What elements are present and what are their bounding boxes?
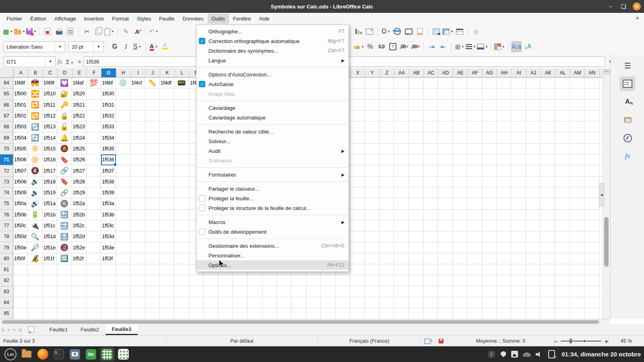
column-header-l[interactable]: L xyxy=(175,68,189,77)
cell-am83[interactable] xyxy=(570,286,584,297)
cell-h68[interactable] xyxy=(116,121,130,132)
cell-f84[interactable] xyxy=(87,297,101,308)
cell-y65[interactable] xyxy=(365,88,379,99)
cell-x64[interactable] xyxy=(350,78,365,88)
cell-af78[interactable] xyxy=(467,231,482,242)
cell-ac66[interactable] xyxy=(423,100,438,111)
print-button[interactable] xyxy=(54,26,64,37)
cell-f64[interactable]: 💯 xyxy=(87,78,101,88)
menubar-item-insertion[interactable]: Insertion xyxy=(80,14,108,24)
cell-ak81[interactable] xyxy=(541,264,555,275)
cell-g64[interactable]: 1f4bf xyxy=(101,78,116,88)
column-header-i[interactable]: I xyxy=(131,68,145,77)
cell-ab82[interactable] xyxy=(409,275,423,286)
cell-ai83[interactable] xyxy=(511,286,526,297)
cell-g76[interactable]: 1f53b xyxy=(101,210,116,220)
cell-l77[interactable] xyxy=(174,220,189,231)
cell-y72[interactable] xyxy=(365,165,379,176)
cell-k83[interactable] xyxy=(160,286,174,297)
cell-d82[interactable] xyxy=(57,275,72,286)
cell-y64[interactable] xyxy=(365,78,379,88)
cell-j73[interactable] xyxy=(145,177,160,187)
column-header-ag[interactable]: AG xyxy=(483,68,497,77)
cell-a80[interactable]: 1f50f xyxy=(13,253,28,264)
cell-ac83[interactable] xyxy=(423,286,438,297)
cell-x84[interactable] xyxy=(350,297,365,308)
cell-b67[interactable]: 🔂 xyxy=(28,111,42,121)
menubar-item-donnees[interactable]: Données xyxy=(178,14,207,24)
cell-a70[interactable]: 1f505 xyxy=(13,144,28,154)
cell-ad85[interactable] xyxy=(438,308,452,319)
cell-aj83[interactable] xyxy=(526,286,541,297)
cell-j78[interactable] xyxy=(145,231,160,242)
menubar-item-outils[interactable]: Outils xyxy=(208,14,229,24)
cell-al68[interactable] xyxy=(555,121,570,132)
cell-u84[interactable] xyxy=(306,297,321,308)
cell-z85[interactable] xyxy=(380,308,394,319)
cell-y68[interactable] xyxy=(365,121,379,132)
cell-c78[interactable]: 1f51d xyxy=(43,231,57,242)
cell-am66[interactable] xyxy=(570,100,584,111)
cell-ae80[interactable] xyxy=(453,253,467,264)
cell-ak85[interactable] xyxy=(541,308,555,319)
cell-j64[interactable]: 📏 xyxy=(145,78,160,88)
cell-a79[interactable]: 1f50e xyxy=(13,242,28,253)
cell-ad80[interactable] xyxy=(438,253,452,264)
cell-i69[interactable] xyxy=(130,132,145,143)
cell-ae75[interactable] xyxy=(453,198,467,209)
clear-formatting-button[interactable]: A xyxy=(132,26,142,37)
cell-ae83[interactable] xyxy=(453,286,467,297)
cell-af81[interactable] xyxy=(467,264,482,275)
cell-aa84[interactable] xyxy=(394,297,409,308)
cell-am70[interactable] xyxy=(570,144,584,154)
cell-h71[interactable] xyxy=(116,154,130,165)
cell-an70[interactable] xyxy=(584,144,599,154)
cell-e83[interactable] xyxy=(72,286,87,297)
cell-ab65[interactable] xyxy=(409,88,423,99)
cell-ai80[interactable] xyxy=(511,253,526,264)
cell-x66[interactable] xyxy=(350,100,365,111)
cell-k66[interactable] xyxy=(160,100,174,111)
name-box-dropdown-icon[interactable]: ▼ xyxy=(45,57,55,67)
cell-ao84[interactable] xyxy=(599,297,603,308)
cell-i72[interactable] xyxy=(130,165,145,176)
freeze-rows-columns-button[interactable]: ▼ xyxy=(442,26,454,37)
cell-g67[interactable]: 1f532 xyxy=(101,111,116,121)
cell-f72[interactable] xyxy=(87,165,101,176)
cell-i64[interactable]: 1f4cf xyxy=(130,78,145,88)
cell-ak71[interactable] xyxy=(541,154,555,165)
cell-d81[interactable] xyxy=(57,264,72,275)
cell-l82[interactable] xyxy=(174,275,189,286)
cell-ao79[interactable] xyxy=(599,242,603,253)
cell-an84[interactable] xyxy=(584,297,599,308)
wifi-icon[interactable] xyxy=(523,352,530,357)
cell-ac80[interactable] xyxy=(423,253,438,264)
cell-l79[interactable] xyxy=(174,242,189,253)
cell-i78[interactable] xyxy=(130,231,145,242)
cell-ag73[interactable] xyxy=(482,177,497,187)
cell-n84[interactable] xyxy=(204,297,218,308)
menu-item-options-d-autocorrection[interactable]: Options d'AutoCorrection... xyxy=(196,70,349,79)
cell-c77[interactable]: 1f51c xyxy=(43,220,57,231)
cell-y78[interactable] xyxy=(365,231,379,242)
zoom-slider-thumb[interactable] xyxy=(570,339,572,343)
cell-af80[interactable] xyxy=(467,253,482,264)
cell-af70[interactable] xyxy=(467,144,482,154)
cell-m84[interactable] xyxy=(189,297,204,308)
row-header-74[interactable]: 74 xyxy=(0,187,13,198)
cell-v85[interactable] xyxy=(321,308,335,319)
column-header-aj[interactable]: AJ xyxy=(526,68,541,77)
cell-i73[interactable] xyxy=(130,177,145,187)
cell-t84[interactable] xyxy=(291,297,306,308)
cell-e77[interactable]: 1f52c xyxy=(72,220,87,231)
cell-al73[interactable] xyxy=(555,177,570,187)
column-header-j[interactable]: J xyxy=(146,68,160,77)
cell-g73[interactable]: 1f538 xyxy=(101,177,116,187)
cell-ah83[interactable] xyxy=(497,286,511,297)
horizontal-scrollbar[interactable] xyxy=(0,319,610,325)
cell-ab67[interactable] xyxy=(409,111,423,121)
cell-w83[interactable] xyxy=(336,286,350,297)
cell-am73[interactable] xyxy=(570,177,584,187)
column-header-e[interactable]: E xyxy=(72,68,87,77)
cell-g70[interactable]: 1f535 xyxy=(101,144,116,154)
